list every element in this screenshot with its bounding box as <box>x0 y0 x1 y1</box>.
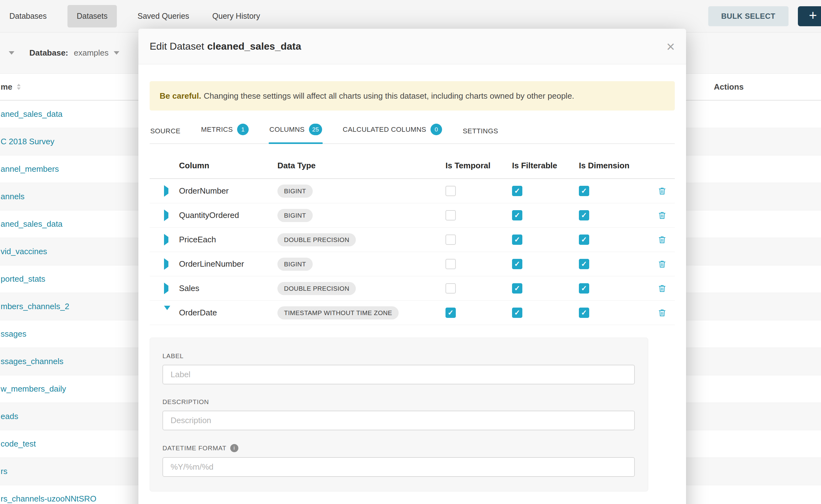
delete-column-button[interactable] <box>658 235 666 244</box>
label-input[interactable] <box>162 365 635 384</box>
modal-title-dataset-name: cleaned_sales_data <box>207 41 301 52</box>
actions-column-header: Actions <box>714 82 744 92</box>
dataset-link[interactable]: ported_stats <box>1 274 45 284</box>
column-detail-panel: LABEL DESCRIPTION DATETIME FORMAT i <box>150 338 648 492</box>
is-dimension-checkbox[interactable]: ✓ <box>579 283 589 294</box>
dataset-link[interactable]: aned_sales_data <box>1 219 62 229</box>
description-input[interactable] <box>162 411 635 430</box>
is-temporal-checkbox[interactable]: ✓ <box>446 259 456 269</box>
delete-column-button[interactable] <box>658 284 666 293</box>
datetime-format-field-group: DATETIME FORMAT i <box>162 444 636 477</box>
expand-caret-icon[interactable] <box>164 283 168 294</box>
column-name: OrderDate <box>179 308 277 318</box>
data-type-pill: DOUBLE PRECISION <box>277 233 356 246</box>
modal-title: Edit Datasetcleaned_sales_data <box>150 41 301 52</box>
chevron-down-icon[interactable] <box>114 51 119 55</box>
delete-column-button[interactable] <box>658 211 666 220</box>
expand-caret-icon[interactable] <box>164 234 168 245</box>
modal-body: Be careful.Changing these settings will … <box>138 81 686 492</box>
trash-icon <box>658 260 666 268</box>
nav-item-datasets[interactable]: Datasets <box>67 5 117 27</box>
database-filter-value[interactable]: examples <box>74 48 108 58</box>
close-icon[interactable]: × <box>666 39 675 54</box>
name-column-header: me <box>1 82 12 92</box>
nav-item-label: Datasets <box>77 12 108 21</box>
delete-column-button[interactable] <box>658 260 666 268</box>
dataset-link[interactable]: eads <box>1 412 18 421</box>
modal-tabs: SOURCE METRICS 1 COLUMNS 25 CALCULATED C… <box>150 117 675 144</box>
top-navigation-bar: Databases Datasets Saved Queries Query H… <box>0 0 821 32</box>
trash-icon <box>658 187 666 195</box>
column-row: OrderDate TIMESTAMP WITHOUT TIME ZONE ✓ … <box>150 301 675 325</box>
modal-tab-source[interactable]: SOURCE <box>150 120 181 143</box>
is-dimension-checkbox[interactable]: ✓ <box>579 235 589 245</box>
is-temporal-checkbox[interactable]: ✓ <box>446 308 456 318</box>
is-dimension-checkbox[interactable]: ✓ <box>579 186 589 196</box>
dataset-link[interactable]: aned_sales_data <box>1 109 62 119</box>
is-dimension-header: Is Dimension <box>579 161 649 170</box>
is-filterable-checkbox[interactable]: ✓ <box>512 308 522 318</box>
is-filterable-checkbox[interactable]: ✓ <box>512 235 522 245</box>
label-field-group: LABEL <box>162 352 636 384</box>
column-name: QuantityOrdered <box>179 210 277 220</box>
column-row: OrderLineNumber BIGINT ✓ ✓ ✓ <box>150 252 675 276</box>
dataset-link[interactable]: ssages <box>1 329 26 339</box>
dataset-link[interactable]: annels <box>1 192 25 201</box>
is-temporal-checkbox[interactable]: ✓ <box>446 186 456 196</box>
expand-caret-icon[interactable] <box>164 306 170 315</box>
trash-icon <box>658 235 666 244</box>
modal-header: Edit Datasetcleaned_sales_data × <box>138 29 686 64</box>
expand-caret-icon[interactable] <box>164 258 168 270</box>
dataset-link[interactable]: code_test <box>1 439 36 449</box>
dataset-link[interactable]: annel_members <box>1 164 59 174</box>
is-temporal-checkbox[interactable]: ✓ <box>446 283 456 294</box>
edit-dataset-modal: Edit Datasetcleaned_sales_data × Be care… <box>138 29 686 504</box>
is-dimension-checkbox[interactable]: ✓ <box>579 210 589 220</box>
primary-nav-tabs: Databases Datasets Saved Queries Query H… <box>7 5 280 27</box>
dataset-link[interactable]: C 2018 Survey <box>1 137 54 146</box>
dataset-link[interactable]: w_members_daily <box>1 384 66 394</box>
expand-caret-icon[interactable] <box>164 185 168 197</box>
is-dimension-checkbox[interactable]: ✓ <box>579 308 589 318</box>
nav-item-query-history[interactable]: Query History <box>210 5 263 27</box>
dataset-link[interactable]: mbers_channels_2 <box>1 302 69 311</box>
modal-tab-settings[interactable]: SETTINGS <box>462 120 499 143</box>
nav-item-databases[interactable]: Databases <box>7 5 49 27</box>
nav-item-label: Query History <box>212 12 260 21</box>
warning-banner: Be careful.Changing these settings will … <box>150 81 675 111</box>
is-filterable-checkbox[interactable]: ✓ <box>512 186 522 196</box>
column-header: Column <box>179 161 277 170</box>
modal-tab-metrics[interactable]: METRICS 1 <box>200 117 250 143</box>
add-dataset-button[interactable]: + <box>798 6 821 26</box>
data-type-pill: DOUBLE PRECISION <box>277 282 356 295</box>
nav-item-saved-queries[interactable]: Saved Queries <box>135 5 191 27</box>
columns-table-header: Column Data Type Is Temporal Is Filterab… <box>150 153 675 179</box>
is-temporal-checkbox[interactable]: ✓ <box>446 210 456 220</box>
dataset-link[interactable]: rs <box>1 467 7 476</box>
is-temporal-checkbox[interactable]: ✓ <box>446 235 456 245</box>
is-filterable-checkbox[interactable]: ✓ <box>512 283 522 294</box>
delete-column-button[interactable] <box>658 187 666 195</box>
dataset-link[interactable]: vid_vaccines <box>1 247 47 256</box>
dataset-link[interactable]: ssages_channels <box>1 357 63 366</box>
column-row: PriceEach DOUBLE PRECISION ✓ ✓ ✓ <box>150 228 675 252</box>
tab-count-badge: 1 <box>237 124 249 135</box>
delete-column-button[interactable] <box>658 309 666 317</box>
database-filter-label: Database: <box>29 48 68 58</box>
chevron-down-icon[interactable] <box>9 51 14 55</box>
tab-count-badge: 25 <box>309 124 322 135</box>
column-row: QuantityOrdered BIGINT ✓ ✓ ✓ <box>150 203 675 228</box>
bulk-select-button[interactable]: BULK SELECT <box>708 6 789 26</box>
modal-tab-calculated-columns[interactable]: CALCULATED COLUMNS 0 <box>342 117 443 143</box>
modal-tab-columns[interactable]: COLUMNS 25 <box>269 117 323 143</box>
is-filterable-checkbox[interactable]: ✓ <box>512 210 522 220</box>
sort-icon[interactable] <box>17 84 21 90</box>
expand-caret-icon[interactable] <box>164 210 168 221</box>
column-name: OrderLineNumber <box>179 259 277 269</box>
columns-table: Column Data Type Is Temporal Is Filterab… <box>150 153 675 325</box>
is-filterable-checkbox[interactable]: ✓ <box>512 259 522 269</box>
dataset-link[interactable]: rs_channels-uzooNNtSRO <box>1 494 96 504</box>
datetime-format-input[interactable] <box>162 457 635 477</box>
is-dimension-checkbox[interactable]: ✓ <box>579 259 589 269</box>
data-type-pill: TIMESTAMP WITHOUT TIME ZONE <box>277 306 398 319</box>
